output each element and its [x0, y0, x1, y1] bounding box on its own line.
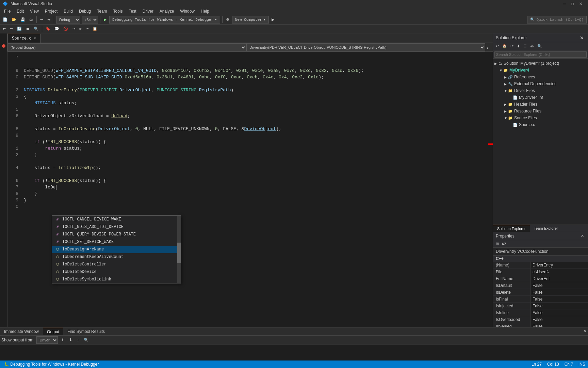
menu-test[interactable]: Test	[126, 8, 139, 14]
sep1	[36, 16, 37, 23]
tree-resource-files[interactable]: ▶ 📁 Resource Files	[493, 108, 588, 114]
editor-scrollbar[interactable]	[488, 52, 493, 327]
output-source-select[interactable]: Driver Build Debug	[36, 336, 58, 344]
output-btn4[interactable]: 🔍	[82, 336, 90, 344]
tree-references[interactable]: ▶ 🔗 References	[493, 74, 588, 80]
se-tb-btn3[interactable]: ⟳	[509, 42, 515, 50]
props-alpha-btn[interactable]: AZ	[500, 240, 508, 248]
menu-build[interactable]: Build	[61, 8, 76, 14]
tree-driver-files[interactable]: ▼ 📁 Driver Files	[493, 87, 588, 94]
output-btn1[interactable]: ⬆	[60, 336, 66, 344]
menu-file[interactable]: File	[1, 8, 13, 14]
menu-edit[interactable]: Edit	[14, 8, 27, 14]
tb2-btn3[interactable]: 🔄	[16, 25, 23, 33]
tb2-uncomment[interactable]: 🚫	[62, 25, 69, 33]
tb2-btn2[interactable]: ➡	[9, 25, 14, 33]
toolbar-driver-btn1[interactable]: ⚙	[225, 16, 231, 24]
tb2-comment[interactable]: 💬	[53, 25, 61, 33]
tree-header-files[interactable]: ▶ 📁 Header Files	[493, 101, 588, 108]
tree-source-files[interactable]: ▼ 📁 Source Files	[493, 114, 588, 121]
output-btn3[interactable]: ↕	[76, 336, 80, 344]
tb2-btn1[interactable]: ⬅	[1, 25, 7, 33]
se-tb-btn2[interactable]: 🏠	[501, 42, 508, 50]
code-content[interactable]: DEFINE_GUID(WFP_SAMPLE_ESTABLISHED_CALLO…	[21, 52, 493, 327]
autocomplete-popup[interactable]: # IOCTL_CANCEL_DEVICE_WAKE # IOCTL_NDIS_…	[52, 215, 181, 283]
se-tb-btn4[interactable]: ⬇	[516, 42, 521, 50]
props-grid-btn[interactable]: ⊞	[494, 240, 500, 248]
menu-tools[interactable]: Tools	[111, 8, 126, 14]
tab-close-icon[interactable]: ×	[34, 36, 36, 41]
tree-driver-files-label: Driver Files	[514, 88, 535, 93]
tab-output[interactable]: Output	[43, 328, 63, 335]
se-tb-btn5[interactable]: ☰	[522, 42, 528, 50]
toolbar-redo[interactable]: ↪	[46, 16, 52, 24]
tb2-list[interactable]: ≡	[85, 25, 90, 33]
ac-item-1[interactable]: # IOCTL_NDIS_ADD_TDI_DEVICE	[52, 223, 177, 231]
config-select[interactable]: Debug Release	[56, 16, 80, 24]
window-close[interactable]: ✕	[576, 1, 585, 6]
output-btn2[interactable]: ⬇	[68, 336, 74, 344]
tab-immediate-window[interactable]: Immediate Window	[0, 328, 43, 335]
props-val-isdefault: False	[530, 282, 588, 289]
team-explorer-tab[interactable]: Team Explorer	[530, 225, 562, 232]
tree-source-c[interactable]: 📄 Source.c	[493, 121, 588, 128]
se-close-btn[interactable]: ✕	[578, 34, 585, 42]
tree-solution[interactable]: ▶ 🗂 Solution 'MyDriver4' (1 project)	[493, 60, 588, 67]
solution-explorer-tab[interactable]: Solution Explorer	[493, 225, 530, 232]
debug-target-dropdown[interactable]: Debugging Tools for Windows - Kernel Deb…	[109, 16, 220, 24]
menu-analyze[interactable]: Analyze	[157, 8, 177, 14]
props-close-btn[interactable]: ✕	[579, 232, 585, 240]
toolbar-open[interactable]: 📂	[10, 16, 18, 24]
function-dropdown[interactable]: DriverEntry(PDRIVER_OBJECT DriverObject,…	[246, 43, 485, 51]
new-computer-btn[interactable]: New Computer ▾	[232, 16, 269, 24]
ac-scrollthumb[interactable]	[177, 243, 181, 263]
ac-item-5[interactable]: ⬡ IoDecrementKeepAliveCount	[52, 253, 177, 261]
solution-explorer-title: Solution Explorer	[496, 35, 527, 40]
scope-dropdown[interactable]: (Global Scope)	[7, 43, 246, 51]
toolbar-driver-btn2[interactable]: ▶	[270, 16, 276, 24]
tree-mydriver4inf[interactable]: 📄 MyDriver4.inf	[493, 94, 588, 101]
tb2-indent[interactable]: ⇥	[71, 25, 77, 33]
ac-item-3[interactable]: # IOCTL_SET_DEVICE_WAKE	[52, 238, 177, 246]
window-maximize[interactable]: □	[569, 1, 576, 6]
toolbar-undo[interactable]: ↩	[39, 16, 45, 24]
ac-item-0[interactable]: # IOCTL_CANCEL_DEVICE_WAKE	[52, 216, 177, 223]
search-bar[interactable]: 🔍 Quick Launch (Ctrl+Q)	[527, 16, 587, 24]
se-tb-btn1[interactable]: ↩	[494, 42, 500, 50]
se-tb-btn7[interactable]: 🔍	[536, 42, 543, 50]
nav-sync-btn[interactable]: ↕	[485, 43, 493, 51]
menu-project[interactable]: Project	[42, 8, 60, 14]
ac-item-6[interactable]: ⬡ IoDeleteController	[52, 261, 177, 268]
ac-item-4[interactable]: ⬡ IoDeassignArcName	[52, 246, 177, 253]
se-tb-btn6[interactable]: 👁	[529, 42, 535, 50]
tree-external-deps[interactable]: ▶ 🔧 External Dependencies	[493, 80, 588, 87]
tab-source-c[interactable]: Source.c ×	[7, 34, 40, 43]
menu-help[interactable]: Help	[198, 8, 212, 14]
window-minimize[interactable]: ─	[560, 1, 569, 6]
solution-search-input[interactable]	[494, 51, 587, 58]
tb2-bookmark[interactable]: 🔖	[44, 25, 52, 33]
tab-find-symbol[interactable]: Find Symbol Results	[63, 328, 109, 335]
toolbar-new[interactable]: 📄	[1, 16, 9, 24]
tb2-outdent[interactable]: ⇤	[78, 25, 84, 33]
tb2-extra[interactable]: 📋	[91, 25, 99, 33]
toolbar-start[interactable]: ▶	[102, 16, 108, 24]
sep4	[222, 16, 223, 23]
toolbar-save-all[interactable]: 🗂	[28, 16, 34, 24]
ac-item-7[interactable]: ⬡ IoDeleteDevice	[52, 268, 177, 276]
toolbar-save[interactable]: 💾	[19, 16, 27, 24]
ac-item-8[interactable]: ⬡ IoDeleteSymbolicLink	[52, 276, 177, 283]
ac-item-2[interactable]: # IOCTL_QUERY_DEVICE_POWER_STATE	[52, 231, 177, 238]
code-editor[interactable]: 7 9 0 2 3 5 6 8 9 1 2	[7, 52, 493, 327]
bottom-panel-close[interactable]: ✕	[582, 327, 588, 335]
menu-driver[interactable]: Driver	[140, 8, 156, 14]
menu-debug[interactable]: Debug	[76, 8, 94, 14]
tree-project[interactable]: ▼ 📁 MyDriver4	[493, 67, 588, 74]
tb2-stop[interactable]: ⏹	[24, 25, 31, 33]
menu-team[interactable]: Team	[94, 8, 110, 14]
menu-window[interactable]: Window	[177, 8, 197, 14]
tb2-search[interactable]: 🔍	[32, 25, 40, 33]
ac-scrollbar[interactable]	[177, 216, 181, 283]
menu-view[interactable]: View	[27, 8, 42, 14]
platform-select[interactable]: x64 x86	[82, 16, 98, 24]
